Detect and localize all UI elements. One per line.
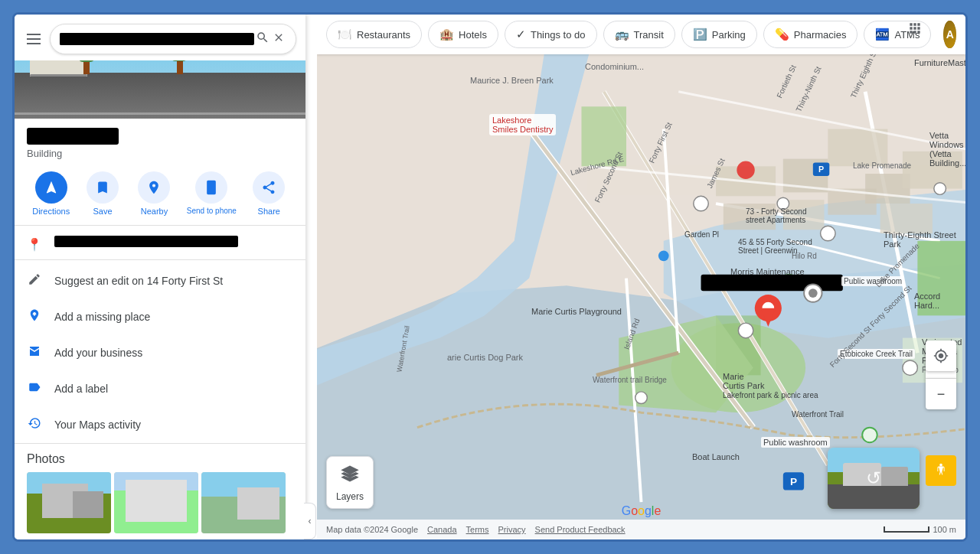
user-avatar-button[interactable]: A <box>943 21 956 48</box>
map-area: 🍽️ Restaurants 🏨 Hotels ✓ Things to do 🚌… <box>317 15 965 539</box>
maps-activity-item[interactable]: Your Maps activity <box>15 407 305 443</box>
zoom-out-button[interactable]: − <box>926 379 956 409</box>
search-icon-button[interactable] <box>254 29 271 49</box>
svg-point-35 <box>862 428 877 443</box>
map-region[interactable]: Canada <box>427 525 457 534</box>
svg-rect-27 <box>880 204 933 233</box>
hamburger-menu-button[interactable] <box>24 31 44 47</box>
photos-section: Photos <box>15 446 305 539</box>
g-letter-blue: G <box>622 504 631 517</box>
transit-icon: 🚌 <box>615 28 629 41</box>
nearby-button[interactable]: Nearby <box>135 171 173 216</box>
photo-thumb-1[interactable] <box>27 472 111 533</box>
street-view-image[interactable] <box>15 60 305 119</box>
nearby-icon <box>138 171 170 204</box>
share-button[interactable]: Share <box>250 171 288 216</box>
category-top-bar: 🍽️ Restaurants 🏨 Hotels ✓ Things to do 🚌… <box>317 15 965 54</box>
svg-rect-0 <box>27 34 41 35</box>
svg-rect-23 <box>903 152 962 189</box>
privacy-link[interactable]: Privacy <box>498 525 526 534</box>
suggest-edit-item[interactable]: Suggest an edit on 14 Forty First St <box>15 263 305 299</box>
atms-icon: 🏧 <box>875 28 890 41</box>
category-parking[interactable]: 🅿️ Parking <box>681 21 757 48</box>
my-location-button[interactable] <box>926 341 956 371</box>
search-input[interactable] <box>60 33 254 45</box>
svg-point-47 <box>934 183 946 195</box>
add-business-item[interactable]: Add your business <box>15 335 305 371</box>
pegman-button[interactable] <box>926 455 956 486</box>
svg-point-49 <box>777 197 789 210</box>
add-label-item[interactable]: Add a label <box>15 371 305 407</box>
transit-label: Transit <box>634 29 664 41</box>
svg-point-44 <box>694 196 709 211</box>
collapse-sidebar-button[interactable]: ‹ <box>304 503 316 539</box>
address-row: 📍 <box>15 228 305 259</box>
add-missing-place-label: Add a missing place <box>54 311 150 323</box>
svg-rect-29 <box>581 106 626 166</box>
photo-thumb-2[interactable] <box>114 472 198 533</box>
svg-point-50 <box>658 251 669 262</box>
svg-text:P: P <box>818 165 824 174</box>
map-attribution-bar: Map data ©2024 Google Canada Terms Priva… <box>317 520 965 539</box>
svg-rect-24 <box>724 204 776 230</box>
g-letter-red2: e <box>654 504 661 517</box>
map-background[interactable]: P P Maurice J. Breen Park Condominium...… <box>317 54 965 539</box>
apps-button[interactable] <box>907 21 923 40</box>
category-transit[interactable]: 🚌 Transit <box>603 21 675 48</box>
action-buttons: Directions Save Ne <box>15 165 305 225</box>
restaurants-icon: 🍽️ <box>338 28 352 41</box>
send-to-phone-button[interactable]: Send to phone <box>187 171 237 216</box>
street-view-thumbnail[interactable]: ↺ <box>828 448 920 509</box>
add-missing-place-item[interactable]: Add a missing place <box>15 299 305 335</box>
scale-line <box>884 526 929 533</box>
label-icon <box>27 380 42 398</box>
add-label-label: Add a label <box>54 383 108 395</box>
photo-thumb-3[interactable] <box>201 472 286 533</box>
feedback-link[interactable]: Send Product Feedback <box>535 525 626 534</box>
hotels-icon: 🏨 <box>439 28 454 41</box>
svg-point-46 <box>903 360 918 376</box>
restaurants-label: Restaurants <box>357 29 410 41</box>
svg-rect-28 <box>917 241 965 316</box>
svg-rect-2 <box>27 43 41 44</box>
send-to-phone-icon <box>195 171 227 204</box>
add-business-label: Add your business <box>54 347 142 359</box>
share-icon <box>253 171 285 204</box>
address-text <box>54 236 238 247</box>
history-icon <box>27 416 42 434</box>
svg-rect-36 <box>701 275 843 291</box>
photos-title: Photos <box>27 452 293 466</box>
save-button[interactable]: Save <box>83 171 122 216</box>
things-icon: ✓ <box>516 28 526 41</box>
category-pharmacies[interactable]: 💊 Pharmacies <box>763 21 858 48</box>
photos-strip <box>27 472 293 533</box>
map-data-credit: Map data ©2024 Google <box>326 525 418 534</box>
svg-point-43 <box>821 226 836 241</box>
search-input-wrapper[interactable] <box>50 24 296 54</box>
google-logo: Google <box>622 504 662 518</box>
g-letter-blue2: g <box>645 504 652 517</box>
category-hotels[interactable]: 🏨 Hotels <box>428 21 498 48</box>
search-bar <box>15 15 305 60</box>
category-things-to-do[interactable]: ✓ Things to do <box>505 21 597 48</box>
directions-icon <box>35 171 67 204</box>
category-restaurants[interactable]: 🍽️ Restaurants <box>326 21 422 48</box>
sidebar: Building Directions <box>15 15 305 539</box>
suggest-edit-label: Suggest an edit on 14 Forty First St <box>54 275 223 287</box>
place-info: Building <box>15 119 305 165</box>
things-label: Things to do <box>531 29 586 41</box>
scale-label: 100 m <box>933 525 956 534</box>
g-letter-yellow: o <box>638 504 645 517</box>
pharmacies-label: Pharmacies <box>794 29 847 41</box>
layers-button[interactable]: Layers <box>326 456 374 509</box>
terms-link[interactable]: Terms <box>466 525 489 534</box>
clear-search-button[interactable] <box>271 30 286 48</box>
edit-icon <box>27 272 42 290</box>
maps-activity-label: Your Maps activity <box>54 419 141 431</box>
add-location-icon <box>27 308 42 326</box>
directions-button[interactable]: Directions <box>32 171 70 216</box>
business-icon <box>27 344 42 362</box>
place-name <box>27 128 119 145</box>
parking-icon: 🅿️ <box>693 28 707 41</box>
svg-point-41 <box>808 288 818 298</box>
